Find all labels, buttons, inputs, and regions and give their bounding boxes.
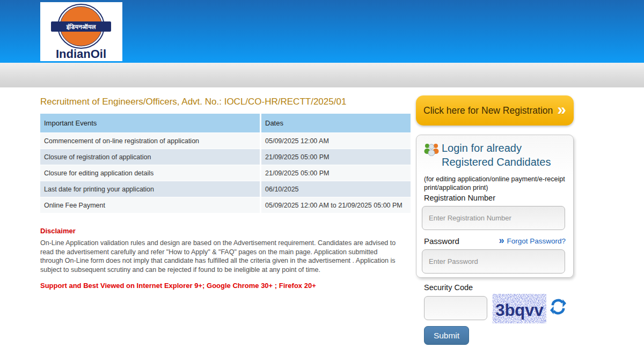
password-input[interactable] [422,249,565,274]
events-table-rows: Commencement of on-line registration of … [40,132,411,213]
table-row: Commencement of on-line registration of … [40,132,411,149]
header-banner: इंडियनऑयल IndianOil [0,0,644,63]
header-gray-strip [0,63,644,87]
login-title-line2: Registered Candidates [442,155,551,169]
security-code-label: Security Code [424,283,473,292]
events-header-cell: Important Events [40,114,261,132]
table-row: Closure of registration of application 2… [40,149,411,165]
page-title: Recruitment of Engineers/Officers, Advt.… [40,97,416,107]
table-row: Online Fee Payment 05/09/2025 12:00 AM t… [40,197,411,213]
dates-header-cell: Dates [261,114,411,132]
date-cell: 21/09/2025 05:00 PM [261,149,411,165]
table-row: Last date for printing your application … [40,181,411,197]
login-subtitle: (for editing application/online payment/… [424,175,567,192]
indianoil-logo-icon: इंडियनऑयल IndianOil [40,2,122,61]
date-cell: 21/09/2025 05:00 PM [261,165,411,181]
table-row: Closure for editing application details … [40,165,411,181]
forgot-password-link[interactable]: » Forgot Password? [499,236,566,246]
date-cell: 06/10/2025 [261,181,411,197]
captcha-text: 3bqvv [495,301,544,320]
password-row: Password » Forgot Password? [424,236,566,246]
forgot-password-label: Forgot Password? [507,237,566,245]
event-cell: Commencement of on-line registration of … [40,133,261,149]
event-cell: Closure for editing application details [40,165,261,181]
logo-hindi-text: इंडियनऑयल [66,23,97,31]
disclaimer-body: On-Line Application validation rules and… [40,239,401,274]
chevron-right-icon: » [499,235,504,245]
disclaimer-heading: Disclaimer [40,227,401,235]
date-cell: 05/09/2025 12:00 AM to 21/09/2025 05:00 … [261,197,411,213]
submit-button[interactable]: Submit [424,326,469,345]
captcha-image: 3bqvv [493,294,546,323]
registration-number-input[interactable] [422,206,565,230]
indianoil-logo: इंडियनऑयल IndianOil [40,2,122,61]
security-code-input[interactable] [424,296,487,320]
disclaimer-section: Disclaimer On-Line Application validatio… [40,227,401,274]
new-registration-button[interactable]: Click here for New Registration » [416,95,574,125]
password-label: Password [424,237,459,246]
event-cell: Online Fee Payment [40,197,261,213]
event-cell: Closure of registration of application [40,149,261,165]
logo-brand-text: IndianOil [56,47,106,61]
browser-support-note: Support and Best Viewed on Internet Expl… [40,282,405,290]
date-cell: 05/09/2025 12:00 AM [261,133,411,149]
registration-number-label: Registration Number [424,194,495,202]
new-registration-label: Click here for New Registration [423,105,553,116]
login-title: Login for already Registered Candidates [442,141,551,169]
users-group-icon [423,142,440,157]
login-title-line1: Login for already [442,141,551,155]
refresh-captcha-icon[interactable] [550,299,566,315]
event-cell: Last date for printing your application [40,181,261,197]
login-panel: Login for already Registered Candidates … [416,135,574,278]
events-table: Important Events Dates Commencement of o… [40,114,411,213]
events-table-header: Important Events Dates [40,114,411,132]
